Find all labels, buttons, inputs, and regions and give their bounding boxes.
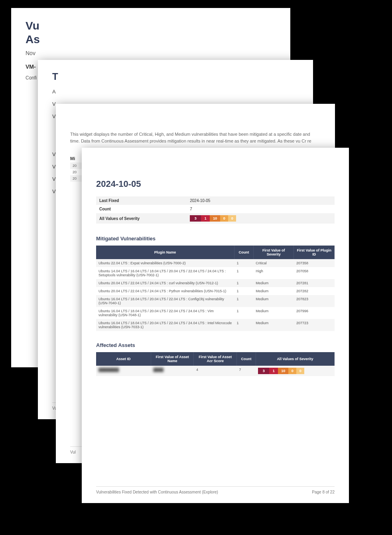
severity-segment: 0 bbox=[296, 368, 304, 374]
asset-id: ████████ bbox=[96, 366, 151, 376]
count: 1 bbox=[234, 295, 254, 307]
plugin-name: Ubuntu 16.04 LTS / 18.04 LTS / 20.04 LTS… bbox=[96, 307, 234, 319]
severity-bar: 311000 bbox=[258, 368, 304, 374]
plugin-name: Ubuntu 22.04 LTS : Expat vulnerabilities… bbox=[96, 259, 234, 267]
detail-page: 2024-10-05 Last Fixed2024-10-05Count7All… bbox=[82, 148, 349, 503]
count: 1 bbox=[234, 319, 254, 331]
table-row: Ubuntu 16.04 LTS / 18.04 LTS / 20.04 LTS… bbox=[96, 319, 335, 331]
table-header: Count bbox=[237, 352, 256, 366]
acr-score: 4 bbox=[194, 366, 237, 376]
footer-page-number: Page 8 of 22 bbox=[312, 490, 335, 494]
plugin-name: Ubuntu 14.04 LTS / 16.04 LTS / 18.04 LTS… bbox=[96, 267, 234, 279]
footer-report-title: Vulnerabilities Fixed Detected with Cont… bbox=[96, 490, 218, 494]
severity-segment: 10 bbox=[210, 215, 220, 222]
count: 1 bbox=[234, 307, 254, 319]
table-row: Ubuntu 22.04 LTS : Expat vulnerabilities… bbox=[96, 259, 335, 267]
table-header: First Value of Plugin ID bbox=[294, 246, 335, 259]
severity: High bbox=[253, 267, 294, 279]
plugin-id: 207996 bbox=[294, 307, 335, 319]
table-header: All Values of Severity bbox=[256, 352, 334, 366]
kv-value: 311000 bbox=[187, 213, 335, 224]
kv-row: Count7 bbox=[96, 205, 335, 213]
table-header: First Value of Asset Acr Score bbox=[194, 352, 237, 366]
toc-title: T bbox=[52, 71, 299, 82]
page4-footer: Vulnerabilities Fixed Detected with Cont… bbox=[96, 486, 335, 494]
section-date-heading: 2024-10-05 bbox=[96, 179, 335, 189]
table-header: Asset ID bbox=[96, 352, 151, 366]
severity: Medium bbox=[253, 319, 294, 331]
count: 1 bbox=[234, 259, 254, 267]
plugin-id: 207723 bbox=[294, 319, 335, 331]
kv-value: 7 bbox=[187, 205, 335, 213]
plugin-id: 207282 bbox=[294, 287, 335, 295]
table-row: Ubuntu 20.04 LTS / 22.04 LTS / 24.04 LTS… bbox=[96, 287, 335, 295]
severity: Medium bbox=[253, 279, 294, 287]
table-row: ████████████47311000 bbox=[96, 366, 335, 376]
affected-assets-table: Asset IDFirst Value of Asset NameFirst V… bbox=[96, 352, 335, 376]
plugin-id: 207058 bbox=[294, 267, 335, 279]
summary-kv-table: Last Fixed2024-10-05Count7All Values of … bbox=[96, 196, 335, 224]
severity: Medium bbox=[253, 287, 294, 295]
kv-key: All Values of Severity bbox=[96, 213, 187, 224]
kv-value: 2024-10-05 bbox=[187, 196, 335, 205]
mitigated-vuln-title: Mitigated Vulnerabilities bbox=[96, 236, 335, 242]
kv-row: Last Fixed2024-10-05 bbox=[96, 196, 335, 205]
table-header: First Value of Severity bbox=[253, 246, 294, 259]
plugin-id: 207823 bbox=[294, 295, 335, 307]
table-row: Ubuntu 16.04 LTS / 18.04 LTS / 20.04 LTS… bbox=[96, 307, 335, 319]
plugin-name: Ubuntu 16.04 LTS / 18.04 LTS / 20.04 LTS… bbox=[96, 319, 234, 331]
count: 1 bbox=[234, 279, 254, 287]
severity-segment: 1 bbox=[269, 368, 278, 374]
mitigated-vuln-table: Plugin NameCountFirst Value of SeverityF… bbox=[96, 246, 335, 331]
table-row: Ubuntu 16.04 LTS / 18.04 LTS / 20.04 LTS… bbox=[96, 295, 335, 307]
severity-segment: 3 bbox=[190, 215, 201, 222]
severity-segment: 0 bbox=[288, 368, 296, 374]
table-row: Ubuntu 20.04 LTS / 22.04 LTS / 24.04 LTS… bbox=[96, 279, 335, 287]
kv-key: Last Fixed bbox=[96, 196, 187, 205]
report-title-line2: As bbox=[26, 33, 276, 46]
count: 7 bbox=[237, 366, 256, 376]
severity-bar: 311000 bbox=[190, 215, 236, 222]
plugin-name: Ubuntu 16.04 LTS / 18.04 LTS / 20.04 LTS… bbox=[96, 295, 234, 307]
severity: Critical bbox=[253, 259, 294, 267]
severity: Medium bbox=[253, 295, 294, 307]
severity-segment: 0 bbox=[228, 215, 236, 222]
page3-footer-text: Vul bbox=[70, 450, 76, 454]
severity-segment: 3 bbox=[258, 368, 269, 374]
severity-segment: 10 bbox=[278, 368, 288, 374]
plugin-name: Ubuntu 20.04 LTS / 22.04 LTS / 24.04 LTS… bbox=[96, 279, 234, 287]
count: 1 bbox=[234, 287, 254, 295]
kv-key: Count bbox=[96, 205, 187, 213]
severity-cell: 311000 bbox=[256, 366, 334, 376]
report-title-line1: Vu bbox=[26, 19, 276, 33]
report-date: Nov bbox=[26, 50, 276, 56]
table-header: First Value of Asset Name bbox=[151, 352, 194, 366]
severity-segment: 0 bbox=[220, 215, 228, 222]
plugin-name: Ubuntu 20.04 LTS / 22.04 LTS / 24.04 LTS… bbox=[96, 287, 234, 295]
table-header: Count bbox=[234, 246, 254, 259]
table-row: Ubuntu 14.04 LTS / 16.04 LTS / 18.04 LTS… bbox=[96, 267, 335, 279]
count: 1 bbox=[234, 267, 254, 279]
severity-segment: 1 bbox=[201, 215, 210, 222]
plugin-id: 207358 bbox=[294, 259, 335, 267]
table-header: Plugin Name bbox=[96, 246, 234, 259]
severity: Medium bbox=[253, 307, 294, 319]
toc-item: A bbox=[52, 89, 299, 95]
affected-assets-title: Affected Assets bbox=[96, 342, 335, 348]
widget-description: This widget displays the number of Criti… bbox=[70, 131, 321, 144]
plugin-id: 207281 bbox=[294, 279, 335, 287]
kv-row: All Values of Severity311000 bbox=[96, 213, 335, 224]
asset-name: ████ bbox=[151, 366, 194, 376]
